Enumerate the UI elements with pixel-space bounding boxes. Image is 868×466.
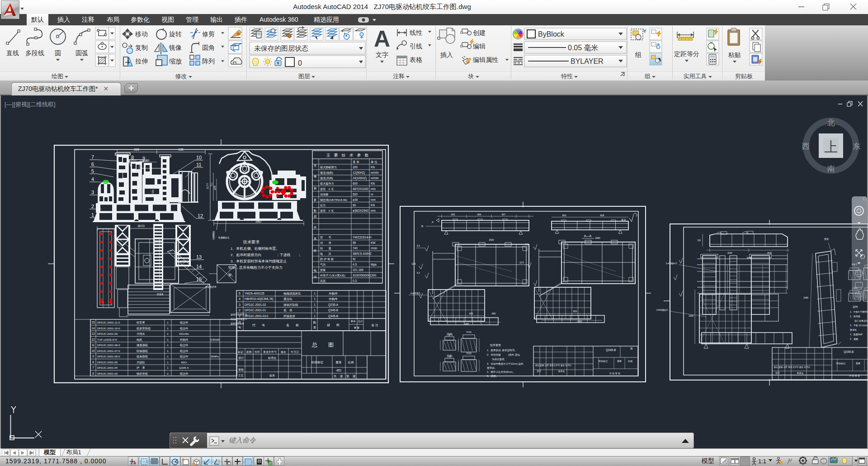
svg-text:KN: KN [371,166,375,169]
svg-text:液压站: 液压站 [283,297,292,301]
svg-text:DFDJC-2001-06-0: DFDJC-2001-06-0 [97,355,120,358]
svg-text:310: 310 [697,239,701,242]
svg-text:DFDJC-2001-11-0: DFDJC-2001-11-0 [97,321,120,324]
svg-text:数: 数 [313,209,317,212]
svg-text:10: 10 [196,155,202,160]
svg-text:14: 14 [196,264,202,269]
svg-text:阶段标记: 阶段标记 [836,362,845,365]
svg-text:13: 13 [91,332,95,335]
svg-text:滑道: 滑道 [824,238,829,241]
svg-text:上: 上 [824,139,838,154]
svg-text:1: 1 [167,349,169,352]
svg-text:14: 14 [91,327,95,330]
svg-text:设计: 设计 [775,371,780,374]
svg-text:电: 电 [314,269,317,272]
svg-text:总计: 总计 [358,320,363,323]
svg-text:参: 参 [314,198,317,201]
svg-text:Q235-A: Q235-A [179,366,189,369]
svg-text:Q345-B: Q345-B [328,314,338,318]
svg-text:功率N55: 功率N55 [210,338,219,341]
svg-text:更改文件号: 更改文件号 [263,350,277,353]
svg-text:487OX1000: 487OX1000 [353,187,368,190]
svg-text:0: 0 [298,59,302,67]
svg-text:设计: 设计 [536,370,541,372]
svg-text:数: 数 [313,321,316,324]
svg-text:ø34: ø34 [353,198,358,201]
svg-text:DFDJC-2001-05: DFDJC-2001-05 [97,361,118,364]
svg-text:YWZ3153-8-H: YWZ3153-8-H [353,236,372,239]
svg-text:粘贴: 粘贴 [728,51,741,58]
svg-text:号: 号 [238,326,241,329]
svg-text:BYLAYER: BYLAYER [571,57,604,65]
svg-text:A—A: A—A [584,234,592,238]
svg-text:655: 655 [451,213,455,216]
svg-text:0.3: 0.3 [353,279,357,282]
svg-text:比例: 比例 [628,360,632,363]
svg-text:圆: 圆 [55,49,61,57]
svg-text:70 50: 70 50 [466,331,472,333]
svg-text:直线: 直线 [6,49,19,57]
svg-text:1: 1 [314,309,316,312]
svg-text:12.5: 12.5 [411,263,416,265]
svg-text:3100X5000X2200: 3100X5000X2200 [353,274,376,277]
svg-text:组合件: 组合件 [180,349,189,353]
svg-text:缩放: 缩放 [169,57,182,65]
svg-text:签名: 签名 [281,351,286,354]
svg-text:焊接底座: 焊接底座 [283,314,296,318]
svg-text:2、板焊縫 ;N,定A: 2、板焊縫 ;N,定A [850,315,868,318]
svg-text:矩。: 矩。 [228,273,236,277]
svg-text:4、防腐MaP :: 4、防腐MaP : [850,333,868,336]
svg-text:单 位: 单 位 [371,160,377,163]
svg-text:阵列: 阵列 [202,57,215,65]
svg-text:13: 13 [196,254,202,260]
svg-text:标记: 标记 [237,350,243,354]
svg-text:比例: 比例 [348,361,354,364]
svg-text:DFDJC-2001-02: DFDJC-2001-02 [245,303,266,306]
svg-text:800: 800 [562,214,566,217]
svg-text:设计: 设计 [238,356,244,359]
svg-text:2: 2 [167,372,169,375]
svg-text:定距等分: 定距等分 [674,50,699,57]
svg-text:m/min: m/min [371,171,379,174]
svg-text:DFDJC-2001-03: DFDJC-2001-03 [97,372,118,375]
svg-text:移动: 移动 [135,30,148,38]
svg-text:DFDJC-2001-04: DFDJC-2001-04 [97,366,118,369]
svg-text:电 压: 电 压 [320,252,331,255]
svg-text:年月日: 年月日 [291,351,299,354]
svg-text:1: 1 [91,212,94,218]
svg-text:线性: 线性 [410,29,422,36]
svg-text:编辑: 编辑 [473,43,486,50]
svg-text:55MPa: 55MPa [211,355,219,358]
svg-text:ø28: ø28 [213,186,216,190]
svg-text:基 本: 基 本 [353,160,359,163]
svg-text:mm: mm [371,209,376,212]
svg-text:主 要 技 术 参 数: 主 要 技 术 参 数 [326,153,369,157]
svg-text:5、清理。: 5、清理。 [487,375,498,378]
svg-text:引线: 引线 [410,43,422,50]
svg-text:KN: KN [371,182,375,185]
svg-text:东: 东 [853,142,861,151]
svg-text:处数: 处数 [246,350,252,354]
svg-text:重 量: 重 量 [354,326,360,329]
svg-text:A: A [374,26,390,52]
svg-text:最大提升力: 最大提升力 [320,182,334,185]
svg-text:未保存的图层状态: 未保存的图层状态 [254,44,308,52]
svg-text:1: 1 [167,343,169,347]
svg-text:6: 6 [92,372,94,375]
svg-text:标记 处数 分区 更改文件号 签名 年月日: 标记 处数 分区 更改文件号 签名 年月日 [535,364,571,367]
svg-text:标准化: 标准化 [558,370,565,373]
svg-text:共 张 第 张: 共 张 第 张 [849,374,860,377]
svg-text:Q235-A: Q235-A [328,303,339,307]
svg-text:南: 南 [827,165,835,173]
svg-text:量: 量 [313,326,316,329]
svg-text:主: 主 [314,164,317,167]
svg-text:1: 1 [167,327,169,330]
svg-text:Q345-B: Q345-B [844,350,854,354]
svg-text:5: 5 [91,168,94,174]
svg-text:统: 统 [314,249,317,252]
svg-text:扬: 扬 [314,186,317,190]
svg-text:西: 西 [802,142,810,151]
svg-text:总 图: 总 图 [311,342,334,348]
svg-text:40Cr: 40Cr [181,361,187,364]
svg-text:1、本机左侧、右侧对称布置。: 1、本机左侧、右侧对称布置。 [231,247,279,251]
